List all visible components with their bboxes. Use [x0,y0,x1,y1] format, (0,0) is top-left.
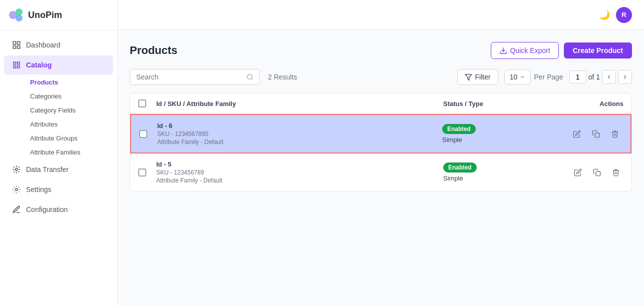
page-of: of 1 [588,73,600,81]
edit-icon [573,130,581,138]
row-2-copy-button[interactable] [589,165,604,180]
topbar-right: 🌙 R [599,7,632,23]
header-actions: Quick Export Create Product [491,42,632,59]
quick-export-label: Quick Export [510,46,550,54]
create-product-label: Create Product [573,46,623,54]
content-area: Products Quick Export Create Product 2 R… [118,30,644,305]
copy-icon [593,168,601,176]
per-page-select: 10 Per Page [504,70,563,84]
settings-label: Settings [26,186,52,194]
sidebar-nav: Dashboard Catalog Products Categories Ca… [0,30,117,305]
sidebar-item-products[interactable]: Products [24,76,113,89]
table-header: Id / SKU / Attribute Family Status / Typ… [130,94,631,114]
sidebar-item-attributes[interactable]: Attributes [24,118,113,131]
col-status-type: Status / Type [443,100,553,108]
edit-icon [574,168,582,176]
config-icon [12,205,21,214]
per-page-dropdown[interactable]: 10 [504,70,531,84]
sidebar-item-dashboard[interactable]: Dashboard [4,36,113,54]
delete-icon [611,130,619,138]
topbar: 🌙 R [118,0,644,30]
row-1-checkbox[interactable] [139,130,147,138]
pagination: of 1 [569,70,632,84]
catalog-icon [12,60,21,70]
svg-point-7 [16,168,18,171]
sidebar: UnoPim Dashboard Catalog Products Catego… [0,0,118,305]
svg-line-11 [251,78,253,80]
chevron-right-icon [621,74,628,80]
prev-page-button[interactable] [602,70,616,84]
svg-rect-14 [596,172,600,176]
row-1-family: Attribute Family - Default [157,138,442,146]
data-transfer-label: Data Transfer [26,166,69,174]
user-avatar[interactable]: R [616,7,632,23]
row-2-info: Id - 5 SKU - 123456789 Attribute Family … [156,160,443,184]
svg-rect-3 [13,42,16,44]
copy-icon [592,130,600,138]
row-1-actions [552,126,622,142]
sidebar-item-settings[interactable]: Settings [4,180,113,199]
row-2-product-id: Id - 5 [156,160,443,168]
quick-export-button[interactable]: Quick Export [491,42,559,59]
table-row[interactable]: Id - 5 SKU - 123456789 Attribute Family … [130,154,631,191]
col-id-sku: Id / SKU / Attribute Family [156,100,443,108]
chevron-left-icon [605,74,612,80]
svg-marker-12 [465,74,472,80]
create-product-button[interactable]: Create Product [564,42,632,58]
sidebar-item-category-fields[interactable]: Category Fields [24,104,113,117]
select-all-checkbox[interactable] [138,100,146,108]
row-1-edit-button[interactable] [569,126,584,142]
dashboard-label: Dashboard [26,41,61,49]
per-page-value: 10 [510,73,518,81]
chevron-down-icon [519,74,525,80]
catalog-subnav: Products Categories Category Fields Attr… [0,76,117,159]
filter-icon [465,74,472,81]
next-page-button[interactable] [618,70,632,84]
svg-rect-13 [595,133,599,138]
transfer-icon [12,165,21,174]
page-input[interactable] [569,70,586,84]
row-2-status-badge: Enabled [443,162,477,172]
row-2-edit-button[interactable] [570,165,585,180]
sidebar-item-catalog[interactable]: Catalog [4,56,113,74]
svg-point-8 [16,188,18,191]
sidebar-item-attribute-groups[interactable]: Attribute Groups [24,132,113,145]
search-input[interactable] [136,73,242,81]
export-icon [499,46,507,54]
home-icon [12,40,21,50]
svg-rect-4 [18,42,20,44]
theme-toggle[interactable]: 🌙 [599,10,610,20]
sidebar-item-attribute-families[interactable]: Attribute Families [24,146,113,159]
settings-icon [12,185,21,194]
row-2-actions [553,165,623,180]
page-title: Products [130,44,177,57]
sidebar-item-categories[interactable]: Categories [24,90,113,103]
row-2-status-type: Enabled Simple [443,162,553,182]
svg-rect-6 [18,46,20,48]
row-2-delete-button[interactable] [608,165,623,180]
configuration-label: Configuration [26,206,68,214]
svg-point-2 [16,14,23,22]
col-actions: Actions [553,100,623,108]
row-1-copy-button[interactable] [588,126,603,142]
row-1-status-type: Enabled Simple [442,124,552,144]
filter-button[interactable]: Filter [457,69,498,85]
row-2-checkbox[interactable] [138,168,146,176]
catalog-label: Catalog [26,61,52,69]
filter-label: Filter [475,73,491,81]
table-row[interactable]: Id - 6 SKU - 1234567895 Attribute Family… [130,114,631,154]
row-1-delete-button[interactable] [607,126,622,142]
logo: UnoPim [0,0,117,30]
svg-point-10 [247,74,252,80]
toolbar: 2 Results Filter 10 Per Page of 1 [130,69,632,85]
search-box [130,69,260,85]
row-2-sku: SKU - 123456789 [156,169,443,176]
delete-icon [612,168,620,176]
row-1-sku: SKU - 1234567895 [157,130,442,138]
row-1-status-badge: Enabled [442,124,476,134]
logo-icon [8,7,24,23]
main-content: 🌙 R Products Quick Export Create Product [118,0,644,305]
sidebar-item-data-transfer[interactable]: Data Transfer [4,160,113,179]
search-icon [246,73,253,81]
sidebar-item-configuration[interactable]: Configuration [4,200,113,219]
